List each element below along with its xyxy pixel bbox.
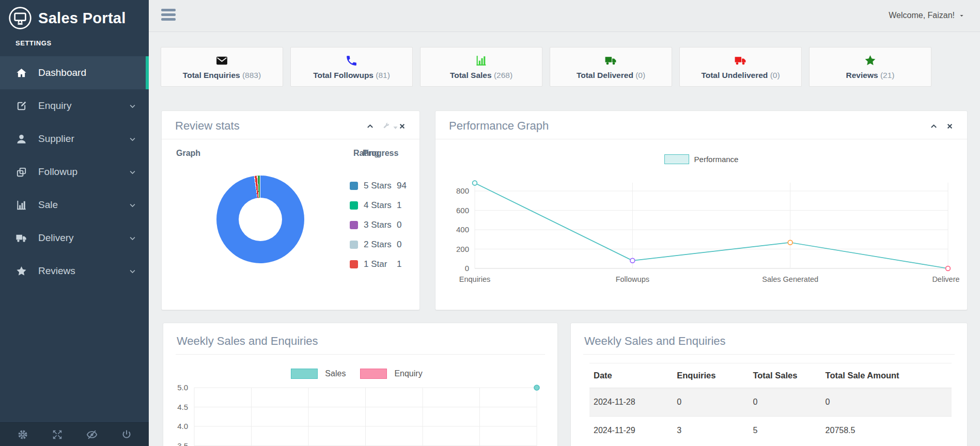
sidebar-item-label: Enquiry: [38, 100, 71, 112]
svg-text:Sales Generated: Sales Generated: [762, 275, 818, 283]
caret-down-icon: [392, 124, 396, 129]
legend-label: 4 Stars: [364, 200, 397, 211]
svg-text:5.0: 5.0: [177, 383, 188, 392]
user-icon: [15, 133, 30, 145]
weekly-sales-table: DateEnquiriesTotal SalesTotal Sale Amoun…: [589, 363, 952, 444]
envelope-icon: [215, 54, 229, 67]
sidebar-item-followup[interactable]: Followup: [0, 155, 149, 188]
stat-label: Total Sales: [450, 71, 492, 79]
legend-swatch: [350, 260, 358, 268]
stat-text: Total Sales (268): [450, 71, 512, 80]
settings-wrench-button[interactable]: [382, 122, 390, 130]
truck-icon: [734, 54, 748, 67]
stat-count: (883): [240, 71, 261, 79]
collapse-button[interactable]: [930, 122, 938, 130]
svg-text:3.5: 3.5: [177, 441, 188, 446]
eye-slash-icon[interactable]: [86, 429, 98, 440]
sidebar-item-label: Followup: [38, 166, 77, 178]
review-legend: 5 Stars944 Stars13 Stars02 Stars01 Star1: [350, 181, 407, 269]
expand-icon[interactable]: [52, 429, 63, 440]
sidebar-item-supplier[interactable]: Supplier: [0, 122, 149, 155]
stat-text: Total Undelivered (0): [701, 71, 780, 80]
edit-icon: [15, 100, 30, 112]
stat-card-total-undelivered[interactable]: Total Undelivered (0): [679, 47, 802, 87]
sidebar-item-dashboard[interactable]: Dashboard: [0, 56, 149, 89]
collapse-button[interactable]: [366, 122, 374, 130]
legend-value: 1: [397, 200, 401, 211]
review-legend-item: 3 Stars0: [350, 220, 407, 230]
weekly-table-head-row: DateEnquiriesTotal SalesTotal Sale Amoun…: [589, 363, 952, 388]
stat-card-total-sales[interactable]: Total Sales (268): [420, 47, 542, 87]
chevron-down-icon: [129, 267, 136, 275]
legend-value: 0: [397, 240, 401, 250]
review-legend-item: 2 Stars0: [350, 240, 407, 249]
table-row: 2024-11-28000: [589, 388, 952, 417]
sidebar-item-reviews[interactable]: Reviews: [0, 254, 149, 288]
chevron-down-icon: [129, 135, 136, 143]
sidebar-item-label: Reviews: [38, 265, 75, 277]
svg-text:400: 400: [456, 225, 469, 234]
gear-icon[interactable]: [17, 429, 28, 440]
close-button[interactable]: [946, 122, 954, 130]
sidebar-menu: DashboardEnquirySupplierFollowupSaleDeli…: [0, 56, 149, 288]
table-cell: 3: [673, 417, 749, 445]
stat-count: (81): [374, 71, 390, 79]
weekly-table-body: 2024-11-280002024-11-293520758.5: [589, 388, 952, 445]
review-columns-header: Graph Rating Progress: [162, 146, 419, 164]
home-icon: [15, 67, 30, 79]
svg-text:200: 200: [456, 245, 469, 253]
stat-card-reviews[interactable]: Reviews (21): [809, 47, 931, 87]
review-legend-item: 5 Stars94: [350, 181, 407, 190]
hamburger-menu-icon[interactable]: [161, 9, 176, 23]
close-button[interactable]: [398, 122, 406, 130]
sidebar-item-enquiry[interactable]: Enquiry: [0, 89, 149, 122]
svg-text:4.5: 4.5: [177, 403, 188, 411]
stat-card-total-enquiries[interactable]: Total Enquiries (883): [161, 47, 283, 87]
sidebar: Sales Portal SETTINGS DashboardEnquirySu…: [0, 0, 149, 446]
panel-title: Review stats: [175, 119, 240, 133]
power-icon[interactable]: [121, 429, 132, 440]
star-icon: [863, 54, 877, 67]
stat-text: Total Followups (81): [313, 71, 390, 80]
svg-text:0: 0: [465, 264, 469, 273]
stat-text: Total Enquiries (883): [183, 71, 261, 80]
table-cell: 5: [749, 417, 821, 445]
table-cell: 0: [821, 388, 952, 417]
svg-text:Followups: Followups: [616, 275, 649, 283]
performance-panel: Performance Graph Performance 0200400600…: [435, 110, 968, 310]
column-progress: Progress: [363, 149, 398, 158]
stat-text: Reviews (21): [846, 71, 895, 80]
table-column-header: Total Sale Amount: [821, 363, 952, 388]
legend-label: 3 Stars: [364, 220, 397, 230]
stat-card-total-followups[interactable]: Total Followups (81): [290, 47, 413, 87]
review-donut-chart: [216, 176, 304, 263]
stat-label: Total Undelivered: [701, 71, 768, 79]
welcome-text: Welcome, Faizan!: [889, 11, 955, 20]
svg-text:600: 600: [456, 206, 469, 215]
stat-text: Total Delivered (0): [577, 71, 645, 80]
legend-swatch: [350, 182, 358, 190]
wrench-icon: [382, 122, 390, 130]
legend-label: 1 Star: [364, 259, 397, 269]
legend-swatch: [664, 154, 689, 164]
review-stats-panel: Review stats Graph Rating Progress 5 Sta…: [161, 110, 420, 310]
legend-swatch: [350, 241, 358, 249]
legend-label: Performance: [694, 155, 739, 164]
truck-icon: [15, 232, 30, 244]
sidebar-item-label: Delivery: [38, 232, 74, 244]
table-cell: 0: [673, 388, 749, 417]
sidebar-item-delivery[interactable]: Delivery: [0, 221, 149, 254]
weekly-sales-chart: 5.04.54.03.53.0: [163, 376, 558, 446]
bar-chart-icon: [474, 54, 488, 67]
chevron-down-icon: [129, 234, 136, 242]
chevron-down-icon: [129, 201, 136, 209]
sidebar-footer: [0, 422, 149, 446]
sidebar-item-sale[interactable]: Sale: [0, 188, 149, 221]
user-dropdown[interactable]: Welcome, Faizan!: [889, 11, 965, 20]
brand: Sales Portal: [0, 0, 149, 31]
stat-label: Total Delivered: [577, 71, 633, 79]
stats-row: Total Enquiries (883)Total Followups (81…: [161, 47, 931, 87]
stat-card-total-delivered[interactable]: Total Delivered (0): [550, 47, 672, 87]
weekly-chart-panel: Weekly Sales and Enquiries Sales Enquiry…: [163, 323, 558, 446]
legend-swatch: [350, 221, 358, 229]
